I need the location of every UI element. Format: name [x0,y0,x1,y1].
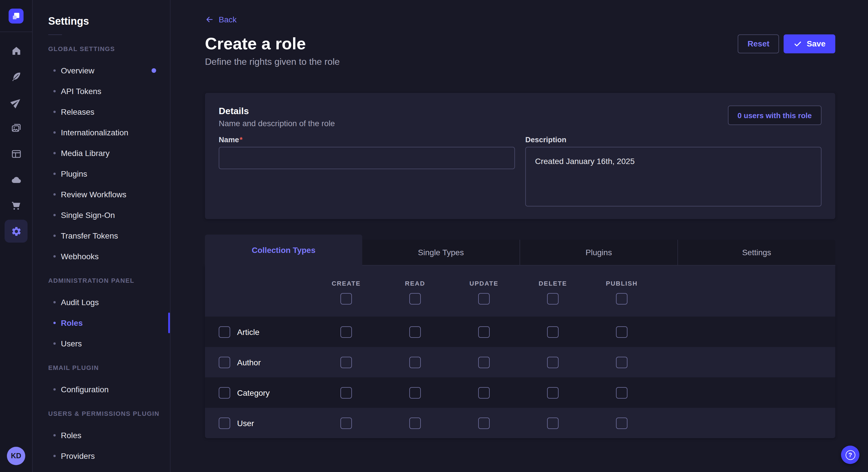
subnav-item-single-sign-on[interactable]: Single Sign-On [33,205,170,225]
row-select-checkbox[interactable] [219,387,230,398]
article-delete-checkbox[interactable] [547,326,559,338]
user-avatar[interactable]: KD [7,447,25,465]
bullet-icon [53,152,56,154]
column-header-create: CREATE [332,279,361,287]
article-update-checkbox[interactable] [478,326,490,338]
tab-settings[interactable]: Settings [677,240,835,266]
table-row-author: Author [205,347,835,377]
bullet-icon [53,214,56,216]
bullet-icon [53,301,56,303]
strapi-logo-icon[interactable] [9,8,24,23]
row-label: Author [237,358,261,367]
subnav-item-roles-admin[interactable]: Roles [33,312,170,333]
row-select-checkbox[interactable] [219,417,230,429]
shopping-cart-icon[interactable] [5,194,28,217]
save-button[interactable]: Save [784,34,835,53]
app-icon-rail: KD [0,0,33,472]
subnav-item-releases[interactable]: Releases [33,102,170,122]
rail-icon-nav [5,32,28,243]
section-label: EMAIL PLUGIN [48,363,170,372]
tab-plugins[interactable]: Plugins [520,240,677,266]
row-select-checkbox[interactable] [219,357,230,368]
user-delete-checkbox[interactable] [547,417,559,429]
subnav-item-media-library[interactable]: Media Library [33,143,170,164]
section-label: GLOBAL SETTINGS [48,44,170,53]
feather-icon[interactable] [5,65,28,88]
subnav-item-providers[interactable]: Providers [33,446,170,466]
bullet-icon [53,69,56,72]
author-update-checkbox[interactable] [478,357,490,368]
description-field-group: Description Created January 16th, 2025 [525,135,822,209]
subnav-item-roles-up[interactable]: Roles [33,425,170,446]
name-input[interactable] [219,147,515,169]
users-with-role-button[interactable]: 0 users with this role [727,105,822,125]
header-actions: Reset Save [738,34,835,53]
row-select-checkbox[interactable] [219,326,230,338]
section-label: ADMINISTRATION PANEL [48,276,170,285]
user-publish-checkbox[interactable] [616,417,627,429]
user-create-checkbox[interactable] [340,417,352,429]
subnav-item-webhooks[interactable]: Webhooks [33,246,170,267]
subnav-item-plugins[interactable]: Plugins [33,164,170,184]
subnav-item-audit-logs[interactable]: Audit Logs [33,292,170,312]
category-publish-checkbox[interactable] [616,387,627,398]
subnav-item-review-workflows[interactable]: Review Workflows [33,184,170,205]
check-icon [794,39,802,48]
bullet-icon [53,173,56,175]
select-all-update-checkbox[interactable] [478,293,490,305]
subnav-item-api-tokens[interactable]: API Tokens [33,81,170,102]
category-update-checkbox[interactable] [478,387,490,398]
column-header-publish: PUBLISH [606,279,638,287]
select-all-read-checkbox[interactable] [409,293,421,305]
cloud-icon[interactable] [5,168,28,191]
required-asterisk: * [240,135,243,144]
logo-area [0,0,32,32]
media-library-icon[interactable] [5,116,28,139]
section-label: USERS & PERMISSIONS PLUGIN [48,409,170,418]
subnav-item-configuration[interactable]: Configuration [33,379,170,400]
paper-plane-icon[interactable] [5,91,28,113]
home-icon[interactable] [5,39,28,62]
bullet-icon [53,255,56,258]
bullet-icon [53,193,56,196]
subnav-item-transfer-tokens[interactable]: Transfer Tokens [33,225,170,246]
tab-single-types[interactable]: Single Types [362,240,520,266]
table-row-user: User [205,408,835,438]
bullet-icon [53,322,56,324]
category-delete-checkbox[interactable] [547,387,559,398]
subnav-section-global-settings: GLOBAL SETTINGS Overview API Tokens Rele… [33,44,170,267]
author-publish-checkbox[interactable] [616,357,627,368]
name-field-group: Name* [219,135,515,209]
author-delete-checkbox[interactable] [547,357,559,368]
subnav-item-internationalization[interactable]: Internationalization [33,122,170,143]
select-all-create-checkbox[interactable] [340,293,352,305]
reset-button[interactable]: Reset [738,34,779,53]
select-all-delete-checkbox[interactable] [547,293,559,305]
subnav-section-users-permissions-plugin: USERS & PERMISSIONS PLUGIN Roles Provide… [33,409,170,466]
article-create-checkbox[interactable] [340,326,352,338]
bullet-icon [53,235,56,237]
back-link[interactable]: Back [205,14,237,25]
subnav-divider [48,34,62,35]
author-read-checkbox[interactable] [409,357,421,368]
article-read-checkbox[interactable] [409,326,421,338]
user-update-checkbox[interactable] [478,417,490,429]
subnav-item-overview[interactable]: Overview [33,60,170,81]
category-read-checkbox[interactable] [409,387,421,398]
bullet-icon [53,131,56,134]
description-textarea[interactable]: Created January 16th, 2025 [525,147,822,206]
gear-icon[interactable] [5,220,28,243]
column-header-update: UPDATE [470,279,499,287]
layout-icon[interactable] [5,142,28,165]
article-publish-checkbox[interactable] [616,326,627,338]
permissions-section: Collection Types Single Types Plugins Se… [205,235,835,438]
tab-collection-types[interactable]: Collection Types [205,235,362,266]
user-read-checkbox[interactable] [409,417,421,429]
author-create-checkbox[interactable] [340,357,352,368]
main-content: Back Create a role Reset Save Define the… [170,0,868,472]
help-button[interactable]: ? [841,446,859,464]
column-header-delete: DELETE [539,279,567,287]
select-all-publish-checkbox[interactable] [616,293,627,305]
category-create-checkbox[interactable] [340,387,352,398]
subnav-item-users[interactable]: Users [33,333,170,354]
